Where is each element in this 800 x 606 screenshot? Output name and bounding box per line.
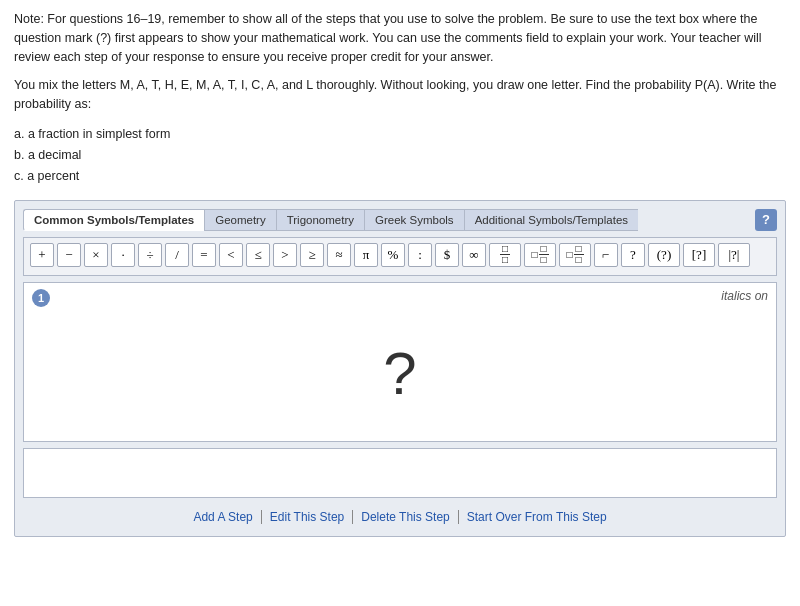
step-number: 1 xyxy=(32,289,50,307)
sym-pi[interactable]: π xyxy=(354,243,378,267)
note-text: Note: For questions 16–19, remember to s… xyxy=(14,10,786,66)
symbols-row1: + − × · ÷ / = < ≤ > ≥ ≈ π % : $ ∞ xyxy=(30,243,486,267)
tab-common-symbols[interactable]: Common Symbols/Templates xyxy=(23,209,204,231)
help-button[interactable]: ? xyxy=(755,209,777,231)
add-step-link[interactable]: Add A Step xyxy=(185,510,261,524)
sym-abs-question[interactable]: |?| xyxy=(718,243,750,267)
sym-slash[interactable]: / xyxy=(165,243,189,267)
step-area: 1 italics on ? xyxy=(23,282,777,442)
sym-lt[interactable]: < xyxy=(219,243,243,267)
subquestions: a. a fraction in simplest form b. a deci… xyxy=(14,124,786,188)
sym-infinity[interactable]: ∞ xyxy=(462,243,486,267)
symbols-toolbar: + − × · ÷ / = < ≤ > ≥ ≈ π % : $ ∞ □ □ xyxy=(23,237,777,276)
subquestion-c: c. a percent xyxy=(14,166,786,187)
bottom-actions: Add A Step Edit This Step Delete This St… xyxy=(23,506,777,528)
question-text: You mix the letters M, A, T, H, E, M, A,… xyxy=(14,76,786,114)
tab-additional-symbols[interactable]: Additional Symbols/Templates xyxy=(464,209,638,231)
sym-frac-template[interactable]: □ □ xyxy=(489,243,521,267)
sym-divide[interactable]: ÷ xyxy=(138,243,162,267)
symbols-row2: □ □ □□□ □□□ ⌐ ? (?) [?] |?| xyxy=(489,243,750,267)
tab-geometry[interactable]: Geometry xyxy=(204,209,276,231)
sym-root-template[interactable]: □□□ xyxy=(559,243,591,267)
sym-geq[interactable]: ≥ xyxy=(300,243,324,267)
tabs-row: Common Symbols/Templates Geometry Trigon… xyxy=(23,209,777,231)
sym-percent[interactable]: % xyxy=(381,243,405,267)
sym-colon[interactable]: : xyxy=(408,243,432,267)
sym-paren-question[interactable]: (?) xyxy=(648,243,680,267)
sym-approx[interactable]: ≈ xyxy=(327,243,351,267)
sym-times[interactable]: × xyxy=(84,243,108,267)
sym-dot[interactable]: · xyxy=(111,243,135,267)
tab-greek-symbols[interactable]: Greek Symbols xyxy=(364,209,464,231)
sym-equals[interactable]: = xyxy=(192,243,216,267)
edit-step-link[interactable]: Edit This Step xyxy=(262,510,353,524)
sym-minus[interactable]: − xyxy=(57,243,81,267)
sym-mixed-num-template[interactable]: □□□ xyxy=(524,243,556,267)
delete-step-link[interactable]: Delete This Step xyxy=(353,510,459,524)
start-over-link[interactable]: Start Over From This Step xyxy=(459,510,615,524)
comments-box[interactable] xyxy=(23,448,777,498)
editor-container: Common Symbols/Templates Geometry Trigon… xyxy=(14,200,786,537)
step-header: 1 italics on xyxy=(24,283,776,307)
step-content[interactable]: ? xyxy=(24,307,776,441)
subquestion-a: a. a fraction in simplest form xyxy=(14,124,786,145)
sym-bracket-question[interactable]: [?] xyxy=(683,243,715,267)
sym-leq[interactable]: ≤ xyxy=(246,243,270,267)
italics-on-label: italics on xyxy=(721,289,768,303)
sym-plus[interactable]: + xyxy=(30,243,54,267)
subquestion-b: b. a decimal xyxy=(14,145,786,166)
sym-question[interactable]: ? xyxy=(621,243,645,267)
tab-trigonometry[interactable]: Trigonometry xyxy=(276,209,364,231)
sym-dollar[interactable]: $ xyxy=(435,243,459,267)
sym-bracket-template[interactable]: ⌐ xyxy=(594,243,618,267)
sym-gt[interactable]: > xyxy=(273,243,297,267)
